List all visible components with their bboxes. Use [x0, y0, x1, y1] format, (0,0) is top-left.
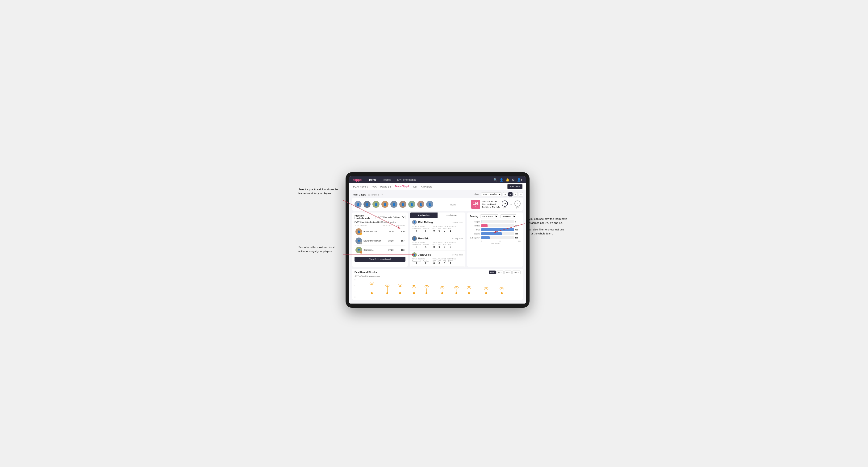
scoring-title: Scoring [470, 215, 478, 218]
score-value: 198 SC [471, 200, 480, 209]
view-icons: ⊞ ▦ ≡ ⇅ [503, 192, 523, 196]
rank-badge-2: 2 [360, 242, 363, 245]
subnav-pga[interactable]: PGA [371, 184, 377, 189]
person-icon[interactable]: 👤 [500, 178, 503, 182]
tablet-screen: clippd Home Teams My Performance 🔍 👤 🔔 ⚙… [349, 177, 526, 304]
streaks-timeline: 6 4 2 0 7x [354, 279, 521, 298]
streaks-panel: Best Round Streaks OTT APP ARG PUTT Off … [352, 269, 523, 300]
grid-small-icon[interactable]: ⊞ [503, 192, 507, 196]
activity-panel: Most Active Least Active 👤 Blair McHarg [410, 213, 465, 267]
subnav-hcaps[interactable]: Hcaps 1-5 [380, 184, 392, 189]
three-col: Practice Leaderboards PUTT Must Make Put… [352, 213, 523, 267]
tab-least-active[interactable]: Least Active [437, 213, 465, 218]
player-name-2: Rees Britt [418, 237, 429, 240]
avatar-7[interactable]: 👤 [408, 201, 415, 208]
chart-axis: 0 200 400 [470, 240, 521, 242]
search-icon[interactable]: 🔍 [493, 178, 497, 182]
leaderboard-title: Practice Leaderboards [354, 214, 375, 220]
subnav-team-clippd[interactable]: Team Clippd [394, 184, 409, 189]
player-name-1: Blair McHarg [418, 221, 433, 224]
rank-avatar-3: 👤 3 [355, 247, 362, 253]
avatar-1[interactable]: 👤 [354, 201, 362, 208]
bell-icon[interactable]: 🔔 [506, 178, 509, 182]
avatar-5[interactable]: 👤 [390, 201, 398, 208]
streaks-title: Best Round Streaks [354, 271, 377, 274]
drill-select[interactable]: PUTT Must Make Putting... [375, 215, 405, 219]
leaderboard-header: Practice Leaderboards PUTT Must Make Put… [354, 214, 405, 220]
streaks-buttons: OTT APP ARG PUTT [489, 271, 521, 274]
tablet-body: clippd Home Teams My Performance 🔍 👤 🔔 ⚙… [346, 172, 530, 308]
total-rounds-group: Total Rounds Tournament 7 Practice [412, 225, 429, 232]
rank-badge-1: 1 [360, 232, 363, 236]
filter-icon[interactable]: ⇅ [519, 192, 523, 196]
activity-avatar-1: 👤 [412, 220, 417, 224]
players-row: 👤 👤 👤 👤 👤 👤 👤 👤 👤 Players [352, 198, 523, 211]
tab-most-active[interactable]: Most Active [410, 213, 437, 218]
avatar-2[interactable]: 👤 [364, 201, 371, 208]
user-avatar-icon[interactable]: 👤▾ [517, 178, 522, 182]
sub-nav: PGAT Players PGA Hcaps 1-5 Team Clippd T… [349, 183, 526, 190]
timeline-point: 3x [500, 287, 504, 294]
rank-avatar-1: 👤 1 [355, 228, 362, 235]
practice-activities-group: Total Practice Activities OTT 0 APP [432, 225, 456, 232]
score-yds: 16 yds → 0 yds [502, 200, 521, 208]
score-card: 198 SC Shot Dist: 16 yds Start Lie: Roug… [471, 200, 521, 209]
streak-btn-ott[interactable]: OTT [489, 271, 496, 274]
main-content: Team Clippd | 14 Players ✎ Show: Last 3 … [349, 190, 526, 304]
timeline-point: 3x [484, 287, 488, 294]
scoring-header: Scoring Par 3, 4 & 5s All Players [470, 214, 521, 218]
activity-avatar-2: 👤 [412, 236, 417, 241]
annotation-top-left: Select a practice drill and see the lead… [299, 187, 342, 196]
annotation-top-right: Here you can see how the team have score… [522, 217, 569, 236]
streak-btn-putt[interactable]: PUTT [512, 271, 521, 274]
streak-btn-app[interactable]: APP [497, 271, 503, 274]
scoring-panel: Scoring Par 3, 4 & 5s All Players [467, 213, 523, 267]
timeline-point: 6x [398, 284, 402, 294]
list-icon[interactable]: ≡ [514, 192, 518, 196]
show-filter: Show: Last 3 months Last month Last week… [474, 192, 523, 196]
leaderboard-panel: Practice Leaderboards PUTT Must Make Put… [352, 213, 408, 267]
settings-icon[interactable]: ⚙ [512, 178, 515, 182]
avatar-8[interactable]: 👤 [417, 201, 424, 208]
grid-large-icon[interactable]: ▦ [508, 192, 513, 196]
timeline-point: 4x [454, 286, 459, 294]
table-row: 👤 2 Edward Crossman 18/20 107 [354, 236, 405, 246]
nav-home[interactable]: Home [368, 178, 377, 182]
score-meta: Shot Dist: 16 yds Start Lie: Rough End L… [482, 200, 500, 209]
avatar-6[interactable]: 👤 [399, 201, 406, 208]
activity-tabs: Most Active Least Active [410, 213, 465, 218]
avatar-4[interactable]: 👤 [381, 201, 389, 208]
timeline-points: 7x 6x [364, 279, 521, 294]
avatar-3[interactable]: 👤 [372, 201, 379, 208]
bar-row-dbogeys: D. Bogeys + 131 [470, 236, 521, 239]
list-item: 👤 Rees Britt 02 Sep 2023 Total Rounds [410, 234, 465, 250]
annotation-bottom-left: See who is the most and least active amo… [299, 245, 342, 253]
nav-teams[interactable]: Teams [382, 178, 392, 182]
team-header: Team Clippd | 14 Players ✎ Show: Last 3 … [352, 192, 523, 196]
rank-badge-3: 3 [360, 251, 363, 254]
timeline-point: 5x [412, 285, 416, 294]
timeline-point: 5x [425, 285, 429, 294]
nav-my-performance[interactable]: My Performance [396, 178, 417, 182]
add-team-button[interactable]: Add Team [507, 184, 522, 189]
table-row: 👤 3 Cameron... 17/20 103 [354, 246, 405, 255]
show-period-select[interactable]: Last 3 months Last month Last week [481, 192, 502, 196]
scoring-par-filter[interactable]: Par 3, 4 & 5s [480, 214, 498, 218]
rank-avatar-2: 👤 2 [355, 238, 362, 244]
scoring-bar-chart: Eagles 3 Birdies [470, 220, 521, 239]
streak-btn-arg[interactable]: ARG [504, 271, 512, 274]
streaks-header: Best Round Streaks OTT APP ARG PUTT [354, 271, 521, 274]
subnav-pgat[interactable]: PGAT Players [352, 184, 368, 189]
drill-subtitle: PUTT Must Make Putting (3-6 ft), Last 3 … [354, 221, 405, 223]
subnav-all-players[interactable]: All Players [421, 184, 433, 189]
scoring-player-filter[interactable]: All Players [500, 214, 516, 218]
view-full-leaderboard-button[interactable]: View Full Leaderboard [354, 257, 405, 262]
avatar-9[interactable]: 👤 [426, 201, 433, 208]
table-row: 👤 1 Richard Butler 19/20 110 [354, 227, 405, 236]
list-item: 👤 Blair McHarg 26 Aug 2023 Total Rounds [410, 218, 465, 234]
nav-logo: clippd [352, 178, 362, 182]
subnav-tour[interactable]: Tour [412, 184, 417, 189]
yds-left-circle: 16 [502, 200, 508, 207]
nav-bar: clippd Home Teams My Performance 🔍 👤 🔔 ⚙… [349, 177, 526, 183]
timeline-point: 7x [370, 282, 374, 294]
